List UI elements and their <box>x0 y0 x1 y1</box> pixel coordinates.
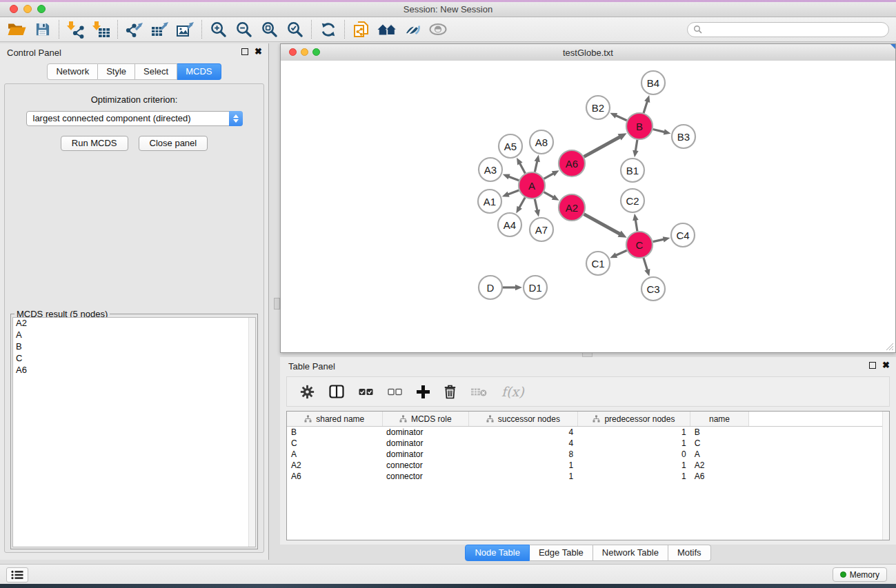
toggle-visual-preview-icon[interactable] <box>399 19 425 40</box>
column-header-name[interactable]: name <box>690 412 749 427</box>
edge-B-B4[interactable] <box>644 101 648 113</box>
run-mcds-button[interactable]: Run MCDS <box>61 136 128 151</box>
unselect-all-columns-icon[interactable] <box>388 388 402 396</box>
cell-MCDS-role[interactable]: dominator <box>382 427 469 438</box>
edge-A-A8[interactable] <box>535 160 537 172</box>
cell-name[interactable]: A2 <box>690 460 749 471</box>
edge-A-A3[interactable] <box>508 176 519 181</box>
mcds-result-item[interactable]: A <box>13 330 255 341</box>
create-new-column-icon[interactable] <box>417 385 430 398</box>
edge-C-C3[interactable] <box>644 258 648 271</box>
zoom-in-icon[interactable] <box>206 19 231 40</box>
open-session-icon[interactable] <box>4 19 30 40</box>
delete-table-icon[interactable] <box>470 387 487 397</box>
zoom-fit-icon[interactable] <box>257 19 282 40</box>
cell-successor-nodes[interactable]: 1 <box>469 460 578 471</box>
tab-network[interactable]: Network <box>47 63 98 80</box>
new-network-from-selection-icon[interactable] <box>348 19 374 40</box>
edge-A-A7[interactable] <box>535 199 537 212</box>
mcds-result-item[interactable]: A2 <box>13 318 255 330</box>
tab-edge-table[interactable]: Edge Table <box>530 545 593 561</box>
cell-predecessor-nodes[interactable]: 1 <box>577 471 690 482</box>
home-icon[interactable] <box>374 19 399 40</box>
import-network-icon[interactable] <box>63 19 88 40</box>
cell-name[interactable]: C <box>690 438 749 449</box>
refresh-view-icon[interactable] <box>315 19 341 40</box>
result-scrollbar-track[interactable] <box>248 318 255 547</box>
cell-successor-nodes[interactable]: 8 <box>469 449 578 460</box>
tab-select[interactable]: Select <box>135 63 177 80</box>
mcds-result-item[interactable]: B <box>13 341 255 353</box>
edge-A-A1[interactable] <box>507 190 519 194</box>
table-row[interactable]: Bdominator41B <box>287 427 889 438</box>
edge-C-C1[interactable] <box>615 250 627 256</box>
horizontal-splitter-handle[interactable] <box>582 352 593 357</box>
table-row[interactable]: Cdominator41C <box>287 438 889 449</box>
cell-shared-name[interactable]: A2 <box>287 460 382 471</box>
table-settings-gear-icon[interactable] <box>300 385 315 399</box>
edge-B-B1[interactable] <box>635 140 637 152</box>
cell-MCDS-role[interactable]: connector <box>382 460 469 471</box>
cell-predecessor-nodes[interactable]: 0 <box>577 449 690 460</box>
zoom-selected-icon[interactable] <box>282 19 308 40</box>
export-table-icon[interactable] <box>147 19 172 40</box>
table-row[interactable]: A6connector11A6 <box>287 471 889 482</box>
task-history-button[interactable] <box>6 567 28 582</box>
resize-grip-icon[interactable] <box>884 341 894 351</box>
edge-A6-B[interactable] <box>584 136 621 156</box>
column-header-shared-name[interactable]: shared name <box>287 412 382 427</box>
function-builder-icon[interactable]: f(x) <box>501 384 524 399</box>
optimization-criterion-dropdown[interactable]: largest connected component (directed) <box>26 111 243 126</box>
search-input[interactable] <box>705 24 888 35</box>
tab-mcds[interactable]: MCDS <box>177 63 221 80</box>
cell-shared-name[interactable]: A <box>287 449 382 460</box>
edge-A2-C[interactable] <box>584 214 621 234</box>
cell-shared-name[interactable]: C <box>287 438 382 449</box>
select-all-columns-icon[interactable] <box>359 388 373 396</box>
cell-successor-nodes[interactable]: 4 <box>469 438 578 449</box>
edge-C-C4[interactable] <box>653 239 665 242</box>
edge-C-C2[interactable] <box>635 219 637 232</box>
zoom-out-icon[interactable] <box>231 19 257 40</box>
memory-button[interactable]: Memory <box>833 567 887 582</box>
tab-network-table[interactable]: Network Table <box>593 545 668 561</box>
cell-name[interactable]: A6 <box>690 471 749 482</box>
import-table-icon[interactable] <box>88 19 114 40</box>
cell-successor-nodes[interactable]: 4 <box>469 427 578 438</box>
edge-A-A2[interactable] <box>544 192 555 198</box>
show-graphics-details-icon[interactable] <box>425 19 450 40</box>
edge-B-B3[interactable] <box>653 130 665 132</box>
cell-successor-nodes[interactable]: 1 <box>469 471 578 482</box>
network-canvas[interactable]: B4B2BB3A8A5A6B1A3AC2A1A2A4A7C4CC1C3DD1 <box>281 61 895 352</box>
column-header-MCDS-role[interactable]: MCDS role <box>382 412 469 427</box>
show-columns-icon[interactable] <box>329 385 344 398</box>
network-graph[interactable]: B4B2BB3A8A5A6B1A3AC2A1A2A4A7C4CC1C3DD1 <box>281 61 895 352</box>
close-table-panel-icon[interactable]: ✖ <box>882 362 890 369</box>
tab-style[interactable]: Style <box>98 63 135 80</box>
delete-column-trash-icon[interactable] <box>444 385 456 399</box>
close-panel-icon[interactable]: ✖ <box>255 48 262 55</box>
column-header-successor-nodes[interactable]: successor nodes <box>469 412 578 427</box>
vertical-splitter-handle[interactable] <box>274 298 280 310</box>
table-row[interactable]: A2connector11A2 <box>287 460 889 471</box>
cell-predecessor-nodes[interactable]: 1 <box>577 427 690 438</box>
float-panel-icon[interactable] <box>241 48 248 55</box>
network-window-titlebar[interactable]: testGlobe.txt <box>281 44 895 61</box>
cell-name[interactable]: A <box>690 449 749 460</box>
export-network-icon[interactable] <box>121 19 147 40</box>
mcds-result-item[interactable]: C <box>13 353 255 365</box>
column-header-predecessor-nodes[interactable]: predecessor nodes <box>577 412 690 427</box>
edge-A-A5[interactable] <box>519 163 526 174</box>
cell-shared-name[interactable]: A6 <box>287 471 382 482</box>
cell-shared-name[interactable]: B <box>287 427 382 438</box>
mcds-result-item[interactable]: A6 <box>13 365 255 376</box>
search-box[interactable] <box>687 22 889 37</box>
export-image-icon[interactable] <box>172 19 198 40</box>
tab-node-table[interactable]: Node Table <box>465 545 530 561</box>
table-row[interactable]: Adominator80A <box>287 449 889 460</box>
tab-motifs[interactable]: Motifs <box>668 545 711 561</box>
cell-MCDS-role[interactable]: dominator <box>382 438 469 449</box>
close-panel-button[interactable]: Close panel <box>139 136 208 151</box>
edge-B-B2[interactable] <box>615 115 627 121</box>
cell-name[interactable]: B <box>690 427 749 438</box>
